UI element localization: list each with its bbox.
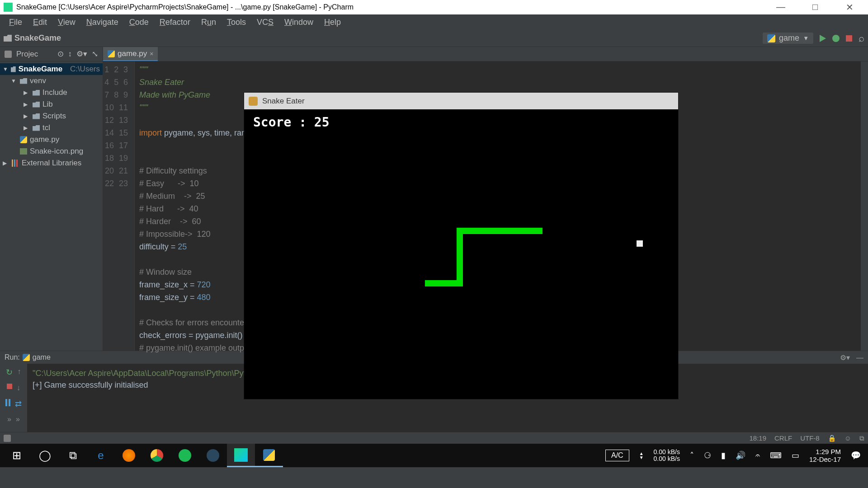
stop-button[interactable] — [846, 35, 852, 42]
chevron-right-icon[interactable]: ▶ — [24, 113, 30, 119]
tab-close-icon[interactable]: × — [150, 50, 153, 57]
net-arrows-icon: ▲▼ — [639, 451, 644, 460]
menu-code[interactable]: Code — [124, 16, 154, 29]
more-console-icon[interactable]: » — [16, 415, 20, 423]
hide-panel-icon[interactable]: — — [856, 354, 863, 361]
lock-icon[interactable]: 🔒 — [828, 434, 836, 442]
library-icon — [12, 160, 19, 167]
wifi-icon[interactable]: ⚆ — [704, 450, 711, 460]
hide-icon[interactable]: ⤡ — [92, 49, 98, 59]
battery-icon[interactable]: ▮ — [721, 450, 726, 460]
taskview-icon[interactable]: ⧉ — [59, 444, 87, 467]
tree-lib[interactable]: ▶Lib — [0, 99, 103, 110]
stack-down-icon[interactable]: ↓ — [17, 384, 21, 393]
stop-process-button[interactable] — [7, 384, 12, 389]
menu-help[interactable]: Help — [319, 16, 346, 29]
action-center-icon[interactable]: 💬 — [851, 450, 861, 460]
line-gutter: 1 2 3 4 5 6 7 8 9 10 11 12 13 14 15 16 1… — [103, 61, 135, 351]
status-time: 18:19 — [749, 434, 766, 442]
tree-external-libs[interactable]: ▶External Libraries — [0, 157, 103, 169]
menu-tools[interactable]: Tools — [222, 16, 251, 29]
tree-tcl[interactable]: ▶tcl — [0, 122, 103, 134]
python-taskbar-icon[interactable] — [255, 444, 283, 467]
folder-icon — [33, 90, 40, 96]
chevron-right-icon[interactable]: ▶ — [24, 101, 30, 108]
tree-include[interactable]: ▶Include — [0, 87, 103, 99]
chevron-down-icon[interactable]: ▼ — [11, 78, 17, 84]
game-canvas[interactable]: Score : 25 — [244, 109, 678, 399]
ac-indicator[interactable]: A/C — [605, 450, 629, 461]
edge-icon[interactable]: e — [87, 444, 115, 467]
windows-taskbar: ⊞ ◯ ⧉ e A/C ▲▼ 0.00 kB/s0.00 kB/s ˄ ⚆ ▮ … — [0, 444, 868, 467]
scroll-icon[interactable]: ↕ — [68, 50, 72, 59]
keyboard-icon[interactable]: ⌨ — [770, 450, 782, 460]
onedrive-icon[interactable]: 𝄐 — [755, 451, 760, 460]
chevron-down-icon[interactable]: ▼ — [3, 66, 8, 72]
menu-window[interactable]: Window — [279, 16, 319, 29]
food-pellet — [637, 240, 643, 247]
tree-scripts[interactable]: ▶Scripts — [0, 110, 103, 122]
status-line-sep[interactable]: CRLF — [774, 434, 792, 442]
menu-refactor[interactable]: Refactor — [154, 16, 196, 29]
network-speed: 0.00 kB/s0.00 kB/s — [654, 449, 680, 462]
taskbar-clock[interactable]: 1:29 PM12-Dec-17 — [809, 448, 841, 463]
status-encoding[interactable]: UTF-8 — [800, 434, 820, 442]
menu-navigate[interactable]: Navigate — [81, 16, 124, 29]
tree-root[interactable]: ▼ SnakeGame C:\Users — [0, 63, 103, 75]
close-button[interactable]: ✕ — [839, 2, 860, 13]
chevron-right-icon[interactable]: ▶ — [24, 89, 30, 96]
inspect-icon[interactable]: ☺ — [844, 434, 851, 442]
rerun-button[interactable]: ↻ — [6, 367, 13, 377]
start-button[interactable]: ⊞ — [3, 444, 31, 467]
volume-icon[interactable]: 🔊 — [736, 450, 745, 460]
chevron-right-icon[interactable]: ▶ — [24, 125, 30, 131]
menu-vcs[interactable]: VCS — [251, 16, 279, 29]
tree-item-label: venv — [30, 76, 46, 85]
run-button[interactable] — [820, 35, 826, 42]
settings-gear-icon[interactable]: ⚙▾ — [76, 49, 87, 59]
gear-icon[interactable]: ⚙▾ — [840, 354, 850, 361]
steam-icon[interactable] — [199, 444, 227, 467]
menu-edit[interactable]: Edit — [28, 16, 52, 29]
python-icon — [23, 354, 30, 361]
track-running-icon[interactable]: ⇄ — [15, 399, 22, 409]
screen-icon[interactable]: ▭ — [792, 450, 799, 460]
tasks-icon[interactable]: ⧉ — [859, 434, 864, 442]
search-everywhere-icon[interactable]: ⌕ — [859, 33, 864, 44]
breadcrumb-project[interactable]: SnakeGame — [14, 33, 61, 43]
chevron-down-icon: ▼ — [803, 35, 809, 42]
menu-run[interactable]: Run — [196, 16, 222, 29]
stack-up-icon[interactable]: ↑ — [17, 367, 21, 377]
pycharm-taskbar-icon[interactable] — [227, 444, 255, 467]
tray-expand-icon[interactable]: ˄ — [690, 450, 694, 460]
menu-view[interactable]: View — [52, 16, 81, 29]
minimize-button[interactable]: — — [770, 2, 791, 13]
firefox-icon[interactable] — [115, 444, 143, 467]
navigation-bar: SnakeGame game ▼ ⌕ — [0, 30, 868, 47]
run-config-name: game — [779, 33, 799, 43]
score-label: Score : 25 — [253, 115, 330, 130]
pygame-titlebar[interactable]: Snake Eater — [244, 93, 678, 109]
project-view-icon[interactable] — [5, 51, 12, 58]
tree-snakeicon[interactable]: Snake-icon.png — [0, 145, 103, 157]
ide-status-bar: 18:19 CRLF UTF-8 🔒 ☺ ⧉ — [0, 432, 868, 444]
pause-button[interactable] — [5, 399, 10, 409]
maximize-button[interactable]: □ — [805, 2, 826, 13]
folder-icon — [33, 113, 40, 119]
debug-button[interactable] — [832, 35, 840, 42]
spotify-icon[interactable] — [171, 444, 199, 467]
cortana-icon[interactable]: ◯ — [31, 444, 59, 467]
collapse-icon[interactable]: ⊙ — [57, 49, 64, 59]
tree-venv[interactable]: ▼ venv — [0, 75, 103, 87]
window-title: SnakeGame [C:\Users\Acer Aspire\PycharmP… — [16, 3, 354, 11]
menu-file[interactable]: File — [4, 16, 28, 29]
editor-tab-game[interactable]: game.py × — [103, 47, 158, 61]
pygame-title: Snake Eater — [262, 97, 305, 106]
chevron-right-icon[interactable]: ▶ — [3, 160, 9, 166]
tree-gamepy[interactable]: game.py — [0, 134, 103, 145]
more-run-icon[interactable]: » — [7, 415, 11, 423]
status-messages-icon[interactable] — [4, 435, 11, 442]
snake-segment — [457, 228, 542, 234]
chrome-icon[interactable] — [143, 444, 171, 467]
run-config-selector[interactable]: game ▼ — [763, 33, 813, 44]
